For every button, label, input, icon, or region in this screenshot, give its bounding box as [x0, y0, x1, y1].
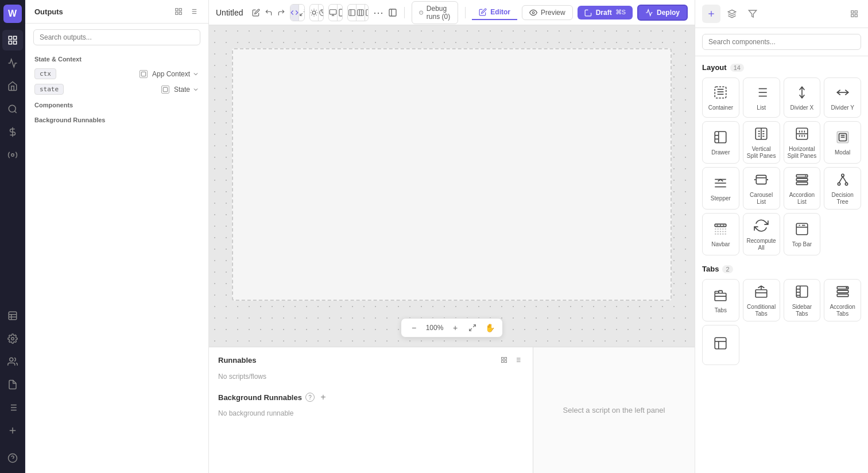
nav-icon-editor[interactable] — [2, 30, 23, 51]
desktop-btn[interactable] — [329, 5, 338, 21]
component-divider-y[interactable]: Divider Y — [824, 77, 861, 118]
nav-icon-integrations[interactable] — [2, 145, 23, 165]
svg-rect-67 — [502, 358, 504, 360]
nav-icon-users[interactable] — [2, 351, 23, 372]
component-accordion-tabs[interactable]: Accordion Tabs — [824, 279, 861, 321]
component-horizontal-split[interactable]: Horizontal Split Panes — [784, 121, 821, 164]
state-dropdown[interactable]: State — [174, 86, 199, 94]
runnables-title: Runnables — [218, 356, 495, 365]
redo-btn[interactable] — [277, 5, 285, 21]
nav-icon-home[interactable] — [2, 76, 23, 96]
ctx-tag: ctx — [34, 68, 56, 79]
component-drawer[interactable]: Drawer — [702, 121, 739, 164]
script-select-panel: Select a script on the left panel — [533, 347, 695, 473]
nav-icon-flows[interactable] — [2, 53, 23, 73]
svg-line-131 — [839, 177, 843, 183]
recompute-all-icon — [754, 218, 769, 235]
nav-icon-money[interactable] — [2, 122, 23, 142]
component-conditional-tabs[interactable]: Conditional Tabs — [743, 279, 780, 321]
component-list[interactable]: List — [743, 77, 780, 118]
app-logo: W — [3, 5, 22, 23]
component-top-bar[interactable]: Top Bar — [784, 213, 821, 255]
decision-tree-label: Decision Tree — [827, 192, 858, 206]
fit-screen-btn[interactable] — [466, 321, 479, 335]
top-bar-icon — [795, 222, 809, 239]
nav-icon-list[interactable] — [2, 397, 23, 418]
layout-right-btn[interactable] — [365, 5, 369, 21]
component-decision-tree[interactable]: Decision Tree — [824, 167, 861, 210]
runnables-panel: Runnables — [209, 347, 533, 473]
editor-mode-btn[interactable]: Editor — [472, 5, 517, 20]
zoom-out-btn[interactable]: − — [407, 321, 421, 335]
tab-filter[interactable] — [743, 5, 762, 23]
component-modal[interactable]: Modal — [824, 121, 861, 164]
tab-grid-view[interactable] — [847, 7, 861, 21]
bg-add-btn[interactable]: + — [318, 392, 328, 402]
nav-icon-tables[interactable] — [2, 305, 23, 326]
right-panel: Layout 14 Container — [695, 0, 868, 473]
svg-point-12 — [11, 338, 14, 340]
runnables-icons — [498, 354, 524, 366]
deploy-btn[interactable]: Deploy — [637, 5, 688, 21]
app-context-dropdown[interactable]: App Context — [152, 70, 199, 78]
draft-btn[interactable]: Draft ⌘S — [578, 6, 633, 20]
component-accordion-list[interactable]: Accordion List — [784, 167, 821, 210]
component-recompute-all[interactable]: Recompute All — [743, 213, 780, 255]
mobile-btn[interactable] — [338, 5, 343, 21]
debug-runs-btn[interactable]: Debug runs (0) — [412, 1, 458, 24]
svg-rect-70 — [505, 360, 507, 363]
svg-line-66 — [470, 328, 472, 331]
svg-line-46 — [316, 10, 316, 10]
panel-icon-grid[interactable] — [173, 6, 184, 17]
hand-tool-btn[interactable]: ✋ — [483, 321, 497, 335]
nav-icon-help[interactable] — [2, 448, 23, 468]
tabs-count: 2 — [722, 265, 733, 273]
component-carousel-list[interactable]: Carousel List — [743, 167, 780, 210]
fullscreen-btn[interactable] — [299, 5, 304, 21]
code-view-btn[interactable] — [290, 5, 299, 21]
accordion-tabs-icon — [835, 284, 850, 301]
decision-tree-icon — [835, 172, 850, 189]
outputs-search-input[interactable] — [33, 29, 200, 45]
svg-point-13 — [9, 358, 13, 361]
runnables-grid-btn[interactable] — [498, 354, 510, 366]
component-container[interactable]: Container — [702, 77, 739, 118]
tab-style[interactable] — [723, 5, 741, 23]
nav-icon-add[interactable] — [2, 420, 23, 441]
layout-left-btn[interactable] — [348, 5, 356, 21]
edit-icon-btn[interactable] — [252, 5, 260, 21]
conditional-tabs-icon — [754, 284, 769, 301]
container-label: Container — [708, 104, 733, 111]
component-navbar[interactable]: Navbar — [702, 213, 739, 255]
svg-point-7 — [11, 154, 14, 157]
tab-add-component[interactable] — [702, 5, 720, 23]
component-vertical-split[interactable]: Vertical Split Panes — [743, 121, 780, 164]
zoom-in-btn[interactable]: + — [448, 321, 462, 335]
svg-marker-76 — [749, 10, 756, 17]
more-btn[interactable]: ⋯ — [373, 6, 383, 19]
canvas-area[interactable]: − 100% + ✋ — [209, 25, 695, 347]
sun-btn[interactable] — [310, 5, 319, 21]
preview-mode-btn[interactable]: Preview — [522, 5, 573, 20]
conditional-tabs-label: Conditional Tabs — [746, 304, 777, 317]
runnables-list-btn[interactable] — [512, 354, 524, 366]
svg-line-37 — [300, 13, 303, 15]
undo-btn[interactable] — [265, 5, 273, 21]
bg-info-icon[interactable]: ? — [305, 393, 315, 402]
panel-icon-more[interactable] — [188, 6, 199, 17]
component-stepper[interactable]: Stepper — [702, 167, 739, 210]
navbar-label: Navbar — [711, 241, 730, 248]
component-more-tabs[interactable] — [702, 325, 739, 365]
svg-rect-26 — [176, 12, 178, 14]
sidebar-toggle-btn[interactable] — [388, 5, 397, 21]
component-divider-x[interactable]: Divider X — [784, 77, 821, 118]
nav-icon-settings[interactable] — [2, 328, 23, 349]
components-search-input[interactable] — [702, 34, 861, 50]
nav-icon-search[interactable] — [2, 99, 23, 119]
svg-rect-3 — [13, 41, 16, 44]
component-sidebar-tabs[interactable]: Sidebar Tabs — [784, 279, 821, 321]
component-tabs[interactable]: Tabs — [702, 279, 739, 321]
moon-btn[interactable] — [319, 5, 324, 21]
nav-icon-files[interactable] — [2, 374, 23, 395]
layout-center-btn[interactable] — [356, 5, 365, 21]
